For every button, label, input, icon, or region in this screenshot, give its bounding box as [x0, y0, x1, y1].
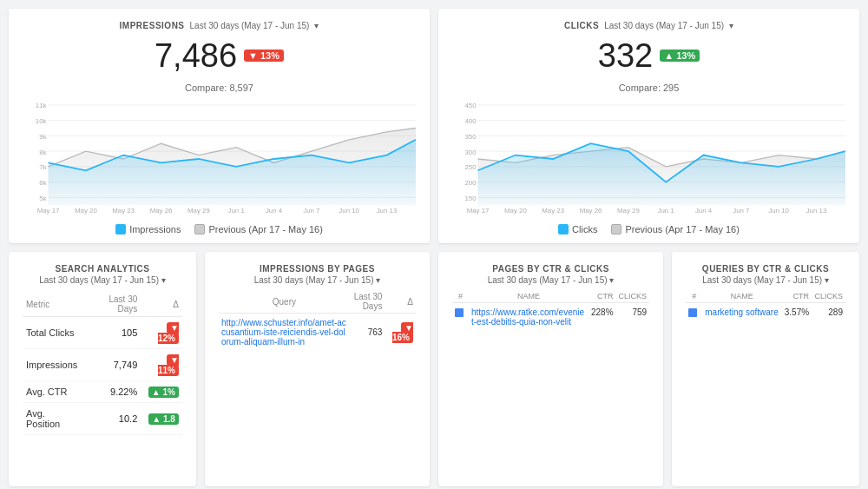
svg-text:5k: 5k [39, 195, 47, 202]
table-row: http://www.schuster.info/amet-accusantiu… [219, 314, 416, 352]
table-row: Total Clicks 105 ▼ 12% [23, 317, 182, 349]
favicon-icon [688, 308, 697, 317]
impressions-legend-secondary[interactable]: Previous (Apr 17 - May 16) [194, 224, 322, 235]
ibp-table: Query Last 30 Days Δ http://www.schuster… [219, 290, 416, 351]
svg-text:May 26: May 26 [580, 207, 602, 215]
impressions-chart: 11k 10k 9k 8k 7k 6k 5k May 17 May 20 May… [23, 97, 416, 221]
sa-col-delta: Δ [141, 292, 182, 317]
impressions-compare: Compare: 8,597 [185, 83, 253, 93]
qcc-name-cell[interactable]: marketing software [702, 303, 781, 322]
svg-text:May 29: May 29 [617, 207, 640, 215]
table-row: marketing software 3.57% 289 [686, 303, 845, 322]
pcc-clicks-cell: 759 [616, 303, 650, 332]
qcc-num-cell [686, 303, 702, 322]
svg-text:200: 200 [464, 180, 476, 188]
favicon-icon [455, 308, 464, 317]
svg-text:400: 400 [464, 118, 476, 126]
svg-text:150: 150 [464, 195, 476, 202]
table-row: Avg. Position 10.2 ▲ 1.8 [23, 403, 182, 435]
impressions-legend: Impressions Previous (Apr 17 - May 16) [23, 224, 416, 235]
sa-metric-cell: Total Clicks [23, 317, 85, 349]
qcc-col-name: NAME [702, 290, 781, 303]
sa-value-cell: 10.2 [85, 403, 141, 435]
pcc-col-ctr: CTR [589, 290, 616, 303]
sa-dropdown-icon[interactable]: ▾ [161, 275, 166, 285]
ibp-col-query: Query [219, 290, 350, 314]
qcc-dropdown-icon[interactable]: ▾ [825, 275, 829, 285]
table-row: https://www.ratke.com/eveniet-est-debiti… [452, 303, 649, 332]
svg-text:Jun 7: Jun 7 [733, 207, 749, 215]
ibp-col-delta: Δ [385, 290, 416, 314]
clicks-title: CLICKS [564, 21, 599, 30]
pcc-date: Last 30 days (May 17 - Jun 15) ▾ [452, 275, 649, 285]
svg-text:6k: 6k [39, 180, 47, 188]
sa-col-metric: Metric [23, 292, 85, 317]
sa-value-cell: 7,749 [85, 349, 141, 381]
svg-text:Jun 4: Jun 4 [695, 207, 712, 215]
svg-text:May 20: May 20 [75, 207, 97, 215]
ibp-delta-cell: ▼ 16% [385, 314, 416, 352]
impressions-by-pages-card: IMPRESSIONS BY PAGES Last 30 days (May 1… [205, 252, 430, 486]
clicks-dropdown-icon[interactable]: ▾ [729, 21, 733, 30]
clicks-legend: Clicks Previous (Apr 17 - May 16) [452, 224, 845, 235]
table-row: Avg. CTR 9.22% ▲ 1% [23, 381, 182, 403]
sa-delta-cell: ▼ 11% [141, 349, 182, 381]
svg-text:Jun 4: Jun 4 [266, 207, 282, 215]
qcc-col-num: # [686, 290, 702, 303]
svg-text:Jun 13: Jun 13 [377, 207, 398, 215]
svg-text:May 23: May 23 [542, 207, 564, 215]
svg-text:May 26: May 26 [150, 207, 173, 215]
pcc-col-clicks: CLICKS [616, 290, 650, 303]
qcc-title: QUERIES BY CTR & CLICKS [686, 264, 845, 274]
ibp-value-cell: 763 [350, 314, 385, 352]
ibp-date: Last 30 days (May 17 - Jun 15) ▾ [219, 275, 416, 285]
svg-text:Jun 1: Jun 1 [658, 207, 674, 215]
impressions-dropdown-icon[interactable]: ▾ [314, 21, 319, 30]
clicks-date-range: Last 30 days (May 17 - Jun 15) [604, 21, 724, 30]
pcc-name-cell[interactable]: https://www.ratke.com/eveniet-est-debiti… [469, 303, 589, 332]
ibp-title: IMPRESSIONS BY PAGES [219, 264, 416, 274]
clicks-legend-primary[interactable]: Clicks [558, 224, 597, 235]
sa-metric-cell: Avg. CTR [23, 381, 85, 403]
impressions-legend-primary[interactable]: Impressions [115, 224, 181, 235]
pcc-col-num: # [452, 290, 469, 303]
sa-metric-cell: Impressions [23, 349, 85, 381]
sa-delta-cell: ▲ 1.8 [141, 403, 182, 435]
svg-text:Jun 10: Jun 10 [768, 207, 789, 215]
impressions-badge: ▼ 13% [244, 50, 284, 62]
sa-metric-cell: Avg. Position [23, 403, 85, 435]
pcc-title: PAGES BY CTR & CLICKS [452, 264, 649, 274]
ibp-col-days: Last 30 Days [350, 290, 385, 314]
clicks-legend-secondary[interactable]: Previous (Apr 17 - May 16) [611, 224, 739, 235]
ibp-dropdown-icon[interactable]: ▾ [376, 275, 380, 285]
impressions-card: IMPRESSIONS Last 30 days (May 17 - Jun 1… [9, 9, 430, 243]
pcc-col-name: NAME [469, 290, 589, 303]
svg-text:Jun 1: Jun 1 [228, 207, 245, 215]
pcc-num-cell [452, 303, 469, 332]
pages-by-ctr-card: PAGES BY CTR & CLICKS Last 30 days (May … [438, 252, 663, 486]
svg-text:7k: 7k [39, 164, 47, 172]
svg-text:Jun 13: Jun 13 [806, 207, 827, 215]
qcc-clicks-cell: 289 [812, 303, 845, 322]
ibp-query-cell[interactable]: http://www.schuster.info/amet-accusantiu… [219, 314, 350, 352]
svg-text:May 20: May 20 [504, 207, 527, 215]
qcc-ctr-cell: 3.57% [781, 303, 812, 322]
svg-text:May 23: May 23 [112, 207, 135, 215]
qcc-date: Last 30 days (May 17 - Jun 15) ▾ [686, 275, 845, 285]
pcc-ctr-cell: 228% [589, 303, 616, 332]
sa-delta-cell: ▲ 1% [141, 381, 182, 403]
sa-value-cell: 9.22% [85, 381, 141, 403]
svg-text:9k: 9k [39, 133, 47, 141]
qcc-col-clicks: CLICKS [812, 290, 845, 303]
pcc-dropdown-icon[interactable]: ▾ [609, 275, 614, 285]
svg-text:8k: 8k [39, 149, 47, 156]
clicks-compare: Compare: 295 [619, 83, 680, 93]
svg-text:350: 350 [464, 133, 476, 141]
svg-text:May 17: May 17 [37, 207, 60, 215]
qcc-table: # NAME CTR CLICKS marketing software 3.5… [686, 290, 845, 321]
svg-text:May 17: May 17 [467, 207, 490, 215]
clicks-chart: 450 400 350 300 250 200 150 May 17 May 2… [452, 97, 845, 221]
search-analytics-table: Metric Last 30 Days Δ Total Clicks 105 ▼… [23, 292, 182, 435]
impressions-title: IMPRESSIONS [120, 21, 185, 30]
svg-text:10k: 10k [36, 118, 47, 126]
